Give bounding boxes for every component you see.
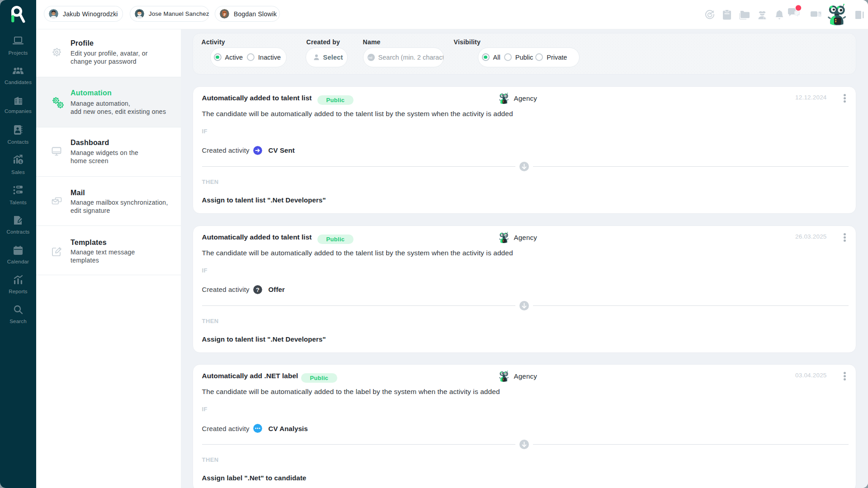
- svg-text:$: $: [19, 160, 22, 164]
- svg-text:?: ?: [256, 286, 259, 293]
